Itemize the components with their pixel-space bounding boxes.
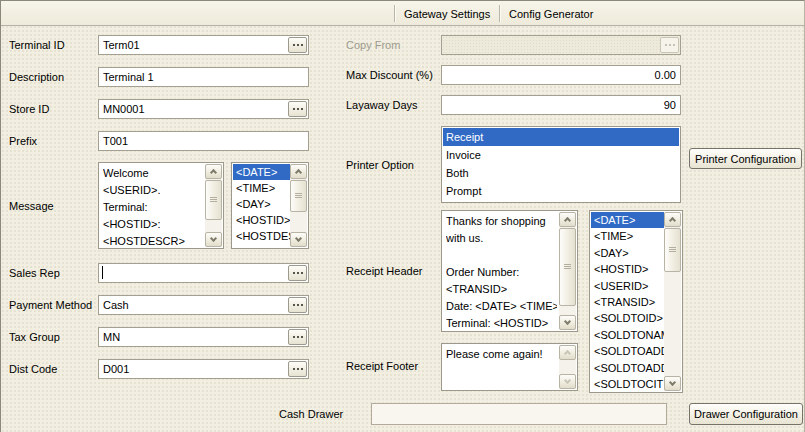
- printer-option-label: Printer Option: [346, 159, 414, 172]
- store-id-label: Store ID: [9, 103, 49, 116]
- receipt-footer-textarea[interactable]: Please come again!: [441, 343, 578, 391]
- list-item[interactable]: <HOSTID>: [591, 261, 664, 277]
- sales-rep-input[interactable]: [98, 263, 309, 283]
- prefix-input[interactable]: [98, 131, 309, 151]
- layaway-days-label: Layaway Days: [346, 99, 418, 112]
- layaway-days-input[interactable]: [441, 95, 681, 115]
- scroll-up-button[interactable]: [205, 164, 222, 179]
- list-item[interactable]: <USERID>: [591, 278, 664, 294]
- scrollbar-thumb[interactable]: [664, 228, 681, 272]
- tab-gateway-settings[interactable]: Gateway Settings: [398, 6, 496, 22]
- list-item[interactable]: <DAY>: [233, 196, 290, 212]
- toolbar-separator: [394, 5, 395, 22]
- chevron-down-icon: [564, 377, 571, 384]
- scrollbar-thumb[interactable]: [290, 180, 307, 212]
- list-item[interactable]: <SOLDTOCIT: [591, 376, 664, 391]
- list-item[interactable]: Invoice: [443, 146, 679, 164]
- store-id-input[interactable]: [98, 99, 309, 119]
- tab-config-generator[interactable]: Config Generator: [503, 6, 599, 22]
- list-item[interactable]: <HOSTDES: [233, 228, 290, 244]
- terminal-id-browse-button[interactable]: [288, 37, 307, 53]
- scroll-up-button[interactable]: [559, 212, 576, 227]
- receipt-header-scrollbar[interactable]: [559, 212, 576, 330]
- chevron-down-icon: [295, 235, 302, 242]
- scroll-down-button[interactable]: [559, 374, 576, 389]
- list-item[interactable]: <TRANSID>: [591, 294, 664, 310]
- scrollbar-thumb[interactable]: [205, 180, 222, 220]
- chevron-up-icon: [669, 217, 676, 224]
- description-label: Description: [9, 71, 64, 84]
- chevron-up-icon: [210, 169, 217, 176]
- scroll-down-button[interactable]: [664, 376, 681, 391]
- list-item[interactable]: <SOLDTOID>: [591, 310, 664, 326]
- scrollbar-thumb[interactable]: [559, 228, 576, 306]
- payment-method-input[interactable]: [98, 295, 309, 315]
- ellipsis-icon: [293, 368, 295, 370]
- copy-from-label: Copy From: [346, 39, 400, 52]
- toolbar-separator: [499, 5, 500, 22]
- cash-drawer-label: Cash Drawer: [279, 408, 343, 421]
- receipt-header-text: Thanks for shopping with us. Order Numbe…: [446, 213, 557, 330]
- message-token-list: <DATE> <TIME> <DAY> <HOSTID> <HOSTDES <U…: [231, 162, 309, 249]
- chevron-up-icon: [564, 217, 571, 224]
- list-item[interactable]: <SOLDTOADD: [591, 360, 664, 376]
- grip-icon: [564, 264, 571, 265]
- tax-group-browse-button[interactable]: [288, 329, 307, 345]
- list-item[interactable]: <SOLDTOADD: [591, 343, 664, 359]
- scroll-up-button[interactable]: [559, 345, 576, 360]
- list-item[interactable]: <TIME>: [233, 180, 290, 196]
- list-item[interactable]: Both: [443, 164, 679, 182]
- message-token-scrollbar[interactable]: [290, 164, 307, 247]
- message-scrollbar[interactable]: [205, 164, 222, 247]
- list-item[interactable]: <SOLDTONAM: [591, 327, 664, 343]
- chevron-up-icon: [564, 350, 571, 357]
- ellipsis-icon: [293, 336, 295, 338]
- tax-group-input[interactable]: [98, 327, 309, 347]
- scroll-down-button[interactable]: [290, 232, 307, 247]
- list-item[interactable]: <HOSTID>: [233, 212, 290, 228]
- dist-code-browse-button[interactable]: [288, 361, 307, 377]
- message-text: Welcome <USERID>. Terminal: <HOSTID>: <H…: [103, 165, 203, 247]
- store-id-browse-button[interactable]: [288, 101, 307, 117]
- toolbar: Gateway Settings Config Generator: [1, 1, 804, 26]
- terminal-id-input[interactable]: [98, 35, 309, 55]
- receipt-footer-label: Receipt Footer: [346, 360, 418, 373]
- scroll-up-button[interactable]: [290, 164, 307, 179]
- dist-code-input[interactable]: [98, 359, 309, 379]
- receipt-footer-text: Please come again!: [446, 346, 557, 389]
- list-item[interactable]: Prompt: [443, 182, 679, 200]
- dist-code-label: Dist Code: [9, 363, 57, 376]
- grip-icon: [669, 247, 676, 248]
- scroll-down-button[interactable]: [205, 232, 222, 247]
- max-discount-input[interactable]: [441, 65, 681, 85]
- scroll-up-button[interactable]: [664, 212, 681, 227]
- message-textarea[interactable]: Welcome <USERID>. Terminal: <HOSTID>: <H…: [98, 162, 224, 249]
- receipt-footer-scrollbar[interactable]: [559, 345, 576, 389]
- receipt-token-scrollbar[interactable]: [664, 212, 681, 391]
- list-item[interactable]: <DAY>: [591, 245, 664, 261]
- sales-rep-label: Sales Rep: [9, 267, 60, 280]
- list-item[interactable]: <TIME>: [591, 228, 664, 244]
- printer-configuration-button[interactable]: Printer Configuration: [689, 148, 802, 169]
- receipt-header-textarea[interactable]: Thanks for shopping with us. Order Numbe…: [441, 210, 578, 332]
- list-item[interactable]: <DATE>: [233, 164, 290, 180]
- payment-method-browse-button[interactable]: [288, 297, 307, 313]
- payment-method-label: Payment Method: [9, 299, 92, 312]
- tax-group-label: Tax Group: [9, 331, 60, 344]
- ellipsis-icon: [665, 44, 667, 46]
- description-input[interactable]: [98, 67, 309, 87]
- drawer-configuration-button[interactable]: Drawer Configuration: [689, 403, 803, 425]
- cash-drawer-input[interactable]: [371, 403, 667, 425]
- terminal-id-label: Terminal ID: [9, 39, 65, 52]
- list-item[interactable]: Receipt: [443, 128, 679, 146]
- list-item[interactable]: <USERID>: [233, 244, 290, 247]
- copy-from-input: [441, 35, 681, 55]
- chevron-up-icon: [295, 169, 302, 176]
- prefix-label: Prefix: [9, 135, 37, 148]
- text-caret: [102, 266, 103, 279]
- ellipsis-icon: [293, 108, 295, 110]
- list-item[interactable]: <DATE>: [591, 212, 664, 228]
- chevron-down-icon: [564, 318, 571, 325]
- scroll-down-button[interactable]: [559, 315, 576, 330]
- sales-rep-browse-button[interactable]: [288, 265, 307, 281]
